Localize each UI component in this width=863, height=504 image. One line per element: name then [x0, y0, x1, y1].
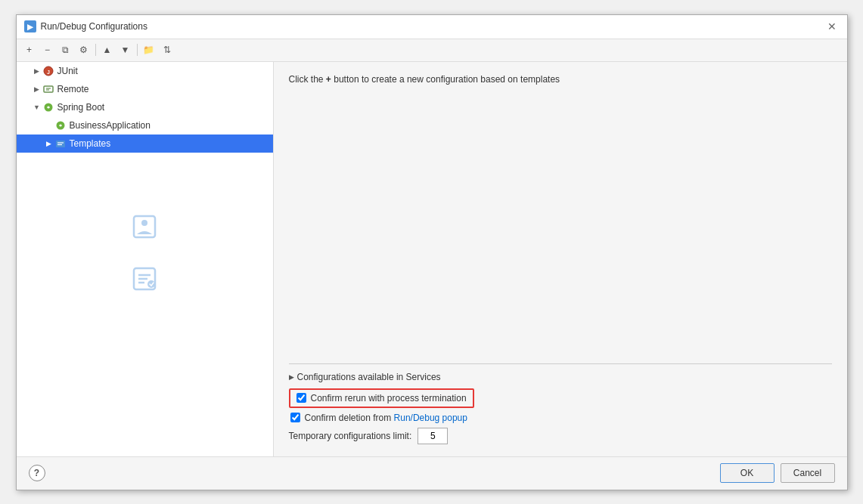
- confirm-deletion-label: Confirm deletion from Run/Debug popup: [305, 413, 467, 423]
- footer-left: ?: [29, 465, 45, 481]
- footer-right: OK Cancel: [720, 463, 835, 483]
- templates-label: Templates: [70, 138, 111, 149]
- confirm-rerun-row: Confirm rerun with process termination: [289, 388, 474, 408]
- svg-text:J: J: [47, 69, 50, 74]
- confirm-deletion-checkbox[interactable]: [290, 413, 300, 422]
- bottom-section: ▶ Configurations available in Services C…: [289, 363, 832, 444]
- remote-icon: [42, 83, 54, 95]
- expand-remote-icon: ▶: [32, 85, 42, 93]
- dialog-icon: ▶: [24, 20, 36, 32]
- tree-item-templates[interactable]: ▶ Templates: [17, 135, 273, 153]
- title-bar-left: ▶ Run/Debug Configurations: [24, 20, 147, 32]
- watermark-icon-2: [131, 265, 158, 295]
- expand-springboot-icon: ▼: [32, 104, 42, 111]
- left-panel: ▶ J JUnit ▶: [17, 62, 274, 456]
- junit-label: JUnit: [57, 66, 78, 76]
- close-button[interactable]: ✕: [824, 19, 840, 34]
- configurations-label: Configurations available in Services: [297, 372, 441, 382]
- limit-row: Temporary configurations limit:: [289, 428, 832, 444]
- businessapp-icon: [54, 119, 67, 131]
- folder-button[interactable]: 📁: [141, 42, 157, 58]
- cancel-button[interactable]: Cancel: [781, 463, 835, 483]
- toolbar-separator-1: [95, 44, 96, 56]
- sort-button[interactable]: ⇅: [159, 42, 175, 58]
- springboot-label: Spring Boot: [57, 102, 105, 113]
- configurations-collapsible[interactable]: ▶ Configurations available in Services: [289, 372, 832, 382]
- run-debug-popup-link[interactable]: Run/Debug popup: [394, 413, 467, 423]
- watermark-icon-1: [131, 213, 158, 243]
- expand-templates-icon: ▶: [44, 140, 54, 147]
- limit-label: Temporary configurations limit:: [289, 431, 412, 441]
- footer: ? OK Cancel: [17, 456, 847, 490]
- main-content: ▶ J JUnit ▶: [17, 62, 847, 456]
- confirm-deletion-row: Confirm deletion from Run/Debug popup: [289, 413, 832, 423]
- confirm-rerun-label: Confirm rerun with process termination: [311, 393, 467, 404]
- tree-item-springboot[interactable]: ▼ Spring Boot: [17, 98, 273, 116]
- limit-input[interactable]: [418, 428, 448, 444]
- help-button[interactable]: ?: [29, 465, 45, 481]
- toolbar-separator-2: [137, 44, 138, 56]
- ok-button[interactable]: OK: [720, 463, 775, 483]
- svg-point-16: [147, 280, 155, 288]
- plus-icon: +: [326, 74, 331, 85]
- tree-item-junit[interactable]: ▶ J JUnit: [17, 62, 273, 80]
- templates-icon: [54, 138, 67, 150]
- copy-config-button[interactable]: ⧉: [57, 42, 74, 58]
- tree-item-businessapp[interactable]: BusinessApplication: [17, 116, 273, 135]
- confirm-rerun-checkbox[interactable]: [296, 393, 306, 403]
- expand-junit-icon: ▶: [32, 67, 42, 75]
- springboot-icon: [42, 101, 54, 113]
- dialog-title: Run/Debug Configurations: [41, 21, 147, 32]
- toolbar: + − ⧉ ⚙ ▲ ▼ 📁 ⇅: [17, 39, 847, 62]
- remote-label: Remote: [57, 84, 89, 94]
- add-config-button[interactable]: +: [21, 42, 38, 58]
- move-down-button[interactable]: ▼: [117, 42, 134, 58]
- settings-config-button[interactable]: ⚙: [76, 42, 92, 58]
- remove-config-button[interactable]: −: [39, 42, 56, 58]
- right-panel: Click the + button to create a new confi…: [274, 62, 847, 456]
- junit-icon: J: [42, 65, 54, 77]
- title-bar: ▶ Run/Debug Configurations ✕: [17, 15, 847, 39]
- svg-point-11: [141, 220, 147, 226]
- hint-text: Click the + button to create a new confi…: [289, 74, 832, 85]
- run-debug-dialog: ▶ Run/Debug Configurations ✕ + − ⧉ ⚙ ▲ ▼…: [16, 14, 848, 490]
- svg-rect-2: [44, 86, 53, 92]
- move-up-button[interactable]: ▲: [99, 42, 116, 58]
- tree-item-remote[interactable]: ▶ Remote: [17, 80, 273, 98]
- svg-rect-7: [56, 141, 65, 147]
- businessapp-label: BusinessApplication: [70, 120, 151, 131]
- collapsible-arrow-icon: ▶: [289, 373, 294, 381]
